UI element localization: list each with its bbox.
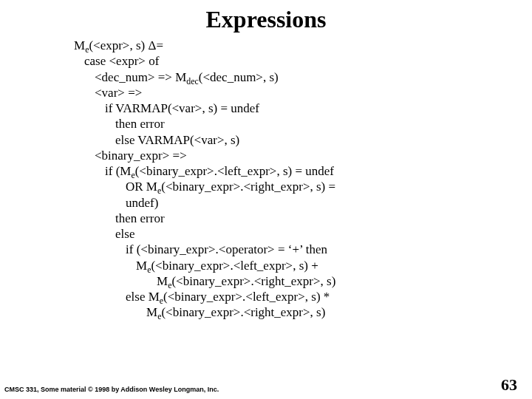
slide-body: Me(<expr>, s) Δ= case <expr> of <dec_num… — [0, 38, 532, 321]
code-line: case <expr> of — [74, 53, 517, 69]
code-line: if (<binary_expr>.<operator> = ‘+’ then — [74, 242, 517, 257]
code-line: if VARMAP(<var>, s) = undef — [74, 100, 517, 116]
slide: Expressions Me(<expr>, s) Δ= case <expr>… — [0, 0, 532, 399]
code-line: if (Me(<binary_expr>.<left_expr>, s) = u… — [74, 163, 517, 179]
code-line: <binary_expr> => — [74, 148, 517, 163]
code-line: then error — [74, 211, 517, 226]
page-number: 63 — [501, 375, 517, 395]
code-line: then error — [74, 116, 517, 132]
code-line: Me(<binary_expr>.<right_expr>, s) — [74, 304, 517, 320]
footer-copyright: CMSC 331, Some material © 1998 by Addiso… — [4, 386, 219, 393]
code-line: <var> => — [74, 85, 517, 100]
code-line: Me(<binary_expr>.<left_expr>, s) + — [74, 258, 517, 273]
code-line: <dec_num> => Mdec(<dec_num>, s) — [74, 69, 517, 85]
code-line: Me(<binary_expr>.<right_expr>, s) — [74, 273, 517, 289]
code-line: OR Me(<binary_expr>.<right_expr>, s) = — [74, 179, 517, 194]
code-line: undef) — [74, 195, 517, 211]
code-line: else VARMAP(<var>, s) — [74, 132, 517, 148]
slide-title: Expressions — [0, 0, 532, 38]
code-line: Me(<expr>, s) Δ= — [74, 38, 517, 53]
code-line: else Me(<binary_expr>.<left_expr>, s) * — [74, 289, 517, 304]
code-line: else — [74, 226, 517, 242]
